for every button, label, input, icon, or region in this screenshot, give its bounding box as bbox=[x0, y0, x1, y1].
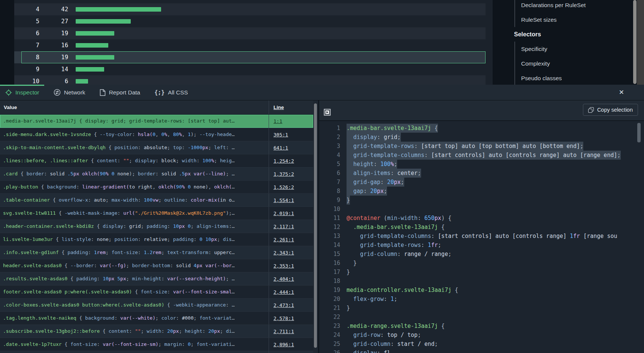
table-row[interactable]: .results.svelte-asdas0 { padding: 10px 5… bbox=[0, 272, 313, 285]
line-link[interactable]: 2,353:1 bbox=[273, 263, 294, 269]
sidebar-item-ruleset-sizes[interactable]: RuleSet sizes bbox=[521, 12, 632, 27]
table-header-row: Value Line bbox=[0, 100, 313, 115]
line-link[interactable]: 2,896:1 bbox=[273, 342, 294, 347]
chart-row[interactable]: 442 bbox=[14, 3, 486, 15]
tab-report-data[interactable]: Report Data bbox=[93, 85, 148, 100]
line-number: 22 bbox=[319, 313, 340, 322]
code-token: … bbox=[232, 184, 235, 190]
table-row[interactable]: header.svelte-asdas0 { --border: var(--f… bbox=[0, 259, 313, 272]
line-link[interactable]: 1,526:2 bbox=[273, 184, 294, 190]
code-token: px bbox=[202, 145, 208, 150]
code-token: ; bbox=[176, 158, 182, 163]
rule-value-cell: .date.svelte-1p7tuxr { font-size: var(--… bbox=[0, 338, 269, 351]
code-area[interactable]: 1.media-bar.svelte-13aai7j {2 display: g… bbox=[319, 121, 644, 353]
table-row[interactable]: .media-bar.svelte-13aai7j { display: gri… bbox=[0, 115, 313, 128]
chart-row[interactable]: 914 bbox=[14, 63, 486, 75]
code-token: grid bbox=[384, 134, 397, 141]
sidebar-item-declarations-per-ruleset[interactable]: Declarations per RuleSet bbox=[521, 0, 632, 12]
table-row[interactable]: .lines::before, .lines::after { content:… bbox=[0, 154, 313, 167]
table-row[interactable]: .tag.length.svelte-naikeq { background: … bbox=[0, 311, 313, 325]
code-token: 1.2 bbox=[144, 250, 152, 255]
chart-row[interactable]: 716 bbox=[14, 39, 486, 51]
page-scrollbar-track[interactable] bbox=[637, 0, 644, 85]
sidebar-item-specificity[interactable]: Specificity bbox=[521, 42, 632, 56]
rule-line-cell: 2,404:1 bbox=[269, 272, 313, 285]
table-row[interactable]: .fav-button.svelte-1qu2lfm { background:… bbox=[0, 351, 313, 353]
line-link[interactable]: 2,578:1 bbox=[273, 316, 294, 321]
code-line: 17} bbox=[319, 268, 644, 277]
code-token: : bbox=[44, 171, 50, 176]
page-scrollbar-thumb[interactable] bbox=[633, 0, 637, 84]
code-line: 9} bbox=[319, 196, 644, 205]
table-row[interactable]: .header-container.svelte-kbdi8z { displa… bbox=[0, 220, 313, 233]
line-link[interactable]: 1,554:1 bbox=[273, 197, 294, 203]
line-link[interactable]: 641:1 bbox=[273, 145, 288, 151]
chart-row[interactable]: 619 bbox=[14, 27, 486, 39]
table-row[interactable]: .skip-to-main-content.svelte-dbylqh { po… bbox=[0, 141, 313, 154]
code-token bbox=[202, 236, 205, 242]
column-header-value[interactable]: Value bbox=[0, 100, 269, 114]
line-link[interactable]: 2,711:1 bbox=[273, 329, 294, 334]
line-link[interactable]: 2,473:1 bbox=[273, 302, 294, 308]
table-row[interactable]: .side-menu.dark.svelte-1vsndze { --toy-c… bbox=[0, 128, 313, 141]
table-row[interactable]: footer.svelte-asdas0 p:where(.svelte-asd… bbox=[0, 285, 313, 298]
code-line: 2 display: grid; bbox=[319, 133, 644, 142]
table-row[interactable]: .color-boxes.svelte-asdas0 button:where(… bbox=[0, 298, 313, 311]
chart-row[interactable]: 819 bbox=[14, 51, 486, 63]
code-token: : bbox=[363, 188, 370, 194]
code-token: : bbox=[123, 223, 129, 229]
line-link[interactable]: 1,375:2 bbox=[273, 171, 294, 177]
code-token: width bbox=[182, 158, 196, 163]
code-token: { bbox=[132, 289, 140, 295]
panel-toggle-icon[interactable] bbox=[324, 109, 331, 116]
line-link[interactable]: 2,404:1 bbox=[273, 276, 294, 282]
line-link[interactable]: 2,261:1 bbox=[273, 237, 294, 242]
code-token: 0 bbox=[188, 223, 191, 229]
tab-inspector[interactable]: Inspector bbox=[0, 85, 46, 100]
copy-selection-button[interactable]: Copy selection bbox=[583, 104, 638, 116]
sidebar-item-pseudo-classes[interactable]: Pseudo classes bbox=[521, 71, 632, 85]
chart-row[interactable]: 527 bbox=[14, 15, 486, 27]
editor-scrollbar-thumb[interactable] bbox=[637, 123, 641, 142]
table-row[interactable]: .subscribe.svelte-13gboj2::before { cont… bbox=[0, 325, 313, 338]
table-row[interactable]: .card { border: solid .5px oklch(90% 0 n… bbox=[0, 167, 313, 180]
line-link[interactable]: 2,117:1 bbox=[273, 224, 294, 229]
chart-bar bbox=[76, 55, 114, 60]
table-row[interactable]: .info.svelte-gd1unf { padding: 1rem; fon… bbox=[0, 246, 313, 259]
code-token: .card bbox=[3, 171, 18, 176]
code-line: 5 height: 100%; bbox=[319, 160, 644, 169]
code-token: : bbox=[161, 276, 167, 281]
code-token: .media-range.svelte-13aai7j bbox=[347, 323, 438, 329]
code-token: ; bbox=[394, 161, 397, 168]
code-token: ; … bbox=[226, 276, 235, 281]
code-token: grid-gap bbox=[347, 179, 380, 185]
line-link[interactable]: 305:1 bbox=[273, 132, 288, 138]
code-token: 1 bbox=[428, 242, 431, 248]
tab-network[interactable]: Network bbox=[46, 85, 93, 100]
column-header-line[interactable]: Line bbox=[269, 100, 313, 114]
line-link[interactable]: 1:1 bbox=[273, 118, 282, 124]
code-token: px bbox=[197, 263, 205, 268]
code-token: 5 bbox=[117, 276, 120, 281]
line-link[interactable]: 2,444:1 bbox=[273, 289, 294, 295]
code-token: top / top bbox=[387, 332, 417, 338]
line-link[interactable]: 1,254:2 bbox=[273, 158, 294, 164]
close-panel-button[interactable]: ✕ bbox=[617, 85, 626, 100]
sidebar-item-complexity[interactable]: Complexity bbox=[521, 56, 632, 71]
line-link[interactable]: 2,343:1 bbox=[273, 250, 294, 256]
table-row[interactable]: svg.svelte-1tw8111 { -webkit-mask-image:… bbox=[0, 206, 313, 220]
chart-bar bbox=[76, 43, 108, 48]
chart-row[interactable]: 106 bbox=[14, 75, 486, 85]
code-token: ; bbox=[401, 179, 404, 185]
line-link[interactable]: 2,019:1 bbox=[273, 211, 294, 216]
code-token: { bbox=[76, 118, 85, 124]
tab-all-css[interactable]: {;}All CSS bbox=[147, 85, 195, 100]
table-row[interactable]: .table-container { overflow-x: auto; max… bbox=[0, 193, 313, 206]
code-line-content: .media-bar.svelte-13aai7j { bbox=[347, 124, 438, 133]
table-row[interactable]: li.svelte-1ume3ur { list-style: none; po… bbox=[0, 233, 313, 246]
code-token: 10 bbox=[103, 276, 109, 281]
table-scrollbar-thumb[interactable] bbox=[314, 103, 317, 348]
table-scrollbar-track[interactable] bbox=[313, 100, 318, 353]
table-row[interactable]: .date.svelte-1p7tuxr { font-size: var(--… bbox=[0, 338, 313, 351]
table-row[interactable]: .play-button { background: linear-gradie… bbox=[0, 180, 313, 193]
